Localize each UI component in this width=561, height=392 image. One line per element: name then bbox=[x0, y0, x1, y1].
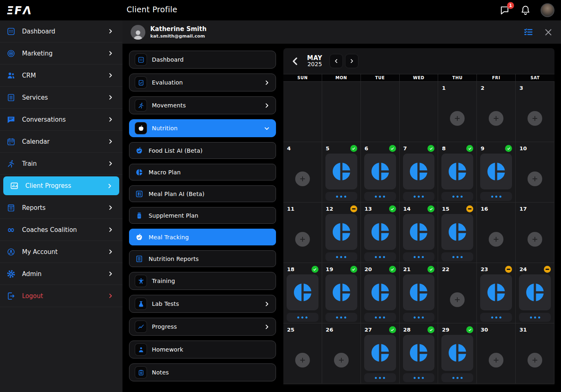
more-options-button[interactable] bbox=[364, 192, 396, 201]
status-complete-icon bbox=[427, 145, 434, 152]
add-meal-button[interactable] bbox=[528, 172, 542, 186]
calendar-grid: 1234567891011121314151617181920212223242… bbox=[283, 82, 554, 384]
client-avatar bbox=[131, 25, 145, 40]
sidebar-item-admin[interactable]: Admin bbox=[0, 263, 122, 285]
more-options-button[interactable] bbox=[325, 313, 357, 322]
more-options-button[interactable] bbox=[519, 313, 551, 322]
sidebar-item-crm[interactable]: CRM bbox=[0, 65, 122, 87]
subnav-item-training[interactable]: Training bbox=[129, 272, 276, 290]
meal-summary-card[interactable] bbox=[403, 214, 435, 250]
subnav-item-meal-tracking[interactable]: Meal Tracking bbox=[129, 229, 276, 245]
subnav-item-homework[interactable]: Homework bbox=[129, 341, 276, 359]
meal-summary-card[interactable] bbox=[364, 214, 396, 250]
more-options-button[interactable] bbox=[403, 373, 435, 382]
sidebar-item-client-progress[interactable]: Client Progress bbox=[3, 176, 119, 195]
add-meal-button[interactable] bbox=[450, 292, 465, 307]
next-month-button[interactable] bbox=[345, 54, 358, 68]
meal-summary-card[interactable] bbox=[519, 274, 551, 310]
more-options-button[interactable] bbox=[403, 313, 435, 322]
meal-summary-card[interactable] bbox=[480, 274, 512, 310]
more-options-button[interactable] bbox=[403, 192, 435, 201]
add-meal-button[interactable] bbox=[295, 232, 310, 247]
more-options-button[interactable] bbox=[441, 192, 473, 201]
add-meal-button[interactable] bbox=[528, 353, 542, 368]
add-meal-button[interactable] bbox=[528, 232, 542, 247]
more-options-button[interactable] bbox=[480, 192, 512, 201]
checklist-icon[interactable] bbox=[523, 27, 533, 37]
subnav-item-dashboard[interactable]: Dashboard bbox=[129, 51, 276, 69]
meal-summary-card[interactable] bbox=[325, 274, 357, 310]
meal-summary-card[interactable] bbox=[441, 335, 473, 371]
pie-chart-icon bbox=[523, 281, 547, 304]
subnav-item-label: Meal Plan AI (Beta) bbox=[149, 191, 270, 197]
add-meal-button[interactable] bbox=[450, 111, 465, 126]
more-options-button[interactable] bbox=[364, 373, 396, 382]
add-meal-button[interactable] bbox=[489, 111, 503, 126]
sidebar-item-calendar[interactable]: Calendar bbox=[0, 131, 122, 153]
subnav-item-food-list-ai[interactable]: Food List AI (Beta) bbox=[129, 142, 276, 159]
day-number: 21 bbox=[403, 266, 411, 272]
sidebar-item-reports[interactable]: Reports bbox=[0, 197, 122, 219]
more-options-button[interactable] bbox=[287, 313, 318, 322]
sidebar-item-services[interactable]: Services bbox=[0, 87, 122, 109]
sidebar-item-dashboard[interactable]: Dashboard bbox=[0, 20, 122, 42]
day-number: 4 bbox=[287, 145, 291, 151]
more-options-button[interactable] bbox=[441, 373, 473, 382]
more-options-button[interactable] bbox=[364, 252, 396, 261]
main-content: DashboardEvaluationMovementsNutritionFoo… bbox=[122, 44, 561, 392]
apple-check-icon bbox=[135, 147, 143, 155]
close-icon[interactable] bbox=[544, 28, 553, 37]
day-number: 29 bbox=[442, 327, 449, 333]
subnav-item-supplement-plan[interactable]: Supplement Plan bbox=[129, 207, 276, 224]
day-number: 17 bbox=[519, 206, 527, 212]
add-meal-button[interactable] bbox=[489, 353, 503, 368]
more-options-button[interactable] bbox=[364, 313, 396, 322]
meal-summary-card[interactable] bbox=[480, 154, 512, 189]
subnav-item-lab-tests[interactable]: Lab Tests bbox=[129, 295, 276, 313]
meal-summary-card[interactable] bbox=[325, 214, 357, 250]
more-options-button[interactable] bbox=[441, 252, 473, 261]
subnav-item-evaluation[interactable]: Evaluation bbox=[129, 74, 276, 91]
subnav-item-movements[interactable]: Movements bbox=[129, 96, 276, 114]
meal-summary-card[interactable] bbox=[441, 154, 473, 189]
pie-chart-icon bbox=[445, 341, 469, 365]
more-options-button[interactable] bbox=[325, 192, 357, 201]
add-meal-button[interactable] bbox=[489, 232, 503, 247]
sidebar-item-train[interactable]: Train bbox=[0, 153, 122, 175]
add-meal-button[interactable] bbox=[295, 353, 310, 368]
meal-summary-card[interactable] bbox=[287, 274, 318, 310]
person-icon bbox=[135, 344, 147, 355]
add-meal-button[interactable] bbox=[334, 353, 349, 368]
subnav-item-nutrition-reports[interactable]: Nutrition Reports bbox=[129, 250, 276, 267]
meal-summary-card[interactable] bbox=[364, 274, 396, 310]
meal-summary-card[interactable] bbox=[403, 154, 435, 189]
user-avatar[interactable] bbox=[541, 3, 554, 17]
notifications-bell-icon[interactable] bbox=[520, 5, 531, 16]
add-meal-button[interactable] bbox=[528, 111, 542, 126]
calendar-icon bbox=[7, 137, 16, 146]
messages-icon[interactable]: 1 bbox=[500, 5, 510, 16]
meal-summary-card[interactable] bbox=[403, 274, 435, 310]
subnav-item-meal-plan-ai[interactable]: Meal Plan AI (Beta) bbox=[129, 185, 276, 202]
calendar-back-icon[interactable] bbox=[290, 56, 301, 67]
sidebar-item-coaches-coalition[interactable]: ∞Coaches Coalition bbox=[0, 219, 122, 241]
meal-summary-card[interactable] bbox=[403, 335, 435, 371]
subnav-item-progress[interactable]: Progress bbox=[129, 318, 276, 336]
add-meal-button[interactable] bbox=[295, 172, 310, 186]
sidebar-item-conversations[interactable]: Conversations bbox=[0, 109, 122, 131]
more-options-button[interactable] bbox=[325, 252, 357, 261]
meal-summary-card[interactable] bbox=[441, 214, 473, 250]
sidebar-item-my-account[interactable]: My Account bbox=[0, 241, 122, 263]
meal-summary-card[interactable] bbox=[364, 154, 396, 189]
runner-icon bbox=[7, 159, 16, 168]
meal-summary-card[interactable] bbox=[325, 154, 357, 189]
subnav-item-nutrition[interactable]: Nutrition bbox=[129, 119, 276, 137]
sidebar-item-marketing[interactable]: Marketing bbox=[0, 42, 122, 65]
subnav-item-notes[interactable]: Notes bbox=[129, 363, 276, 381]
more-options-button[interactable] bbox=[480, 313, 512, 322]
prev-month-button[interactable] bbox=[329, 54, 343, 68]
sidebar-item-logout[interactable]: Logout bbox=[0, 285, 122, 307]
subnav-item-macro-plan[interactable]: Macro Plan bbox=[129, 164, 276, 180]
more-options-button[interactable] bbox=[403, 252, 435, 261]
meal-summary-card[interactable] bbox=[364, 335, 396, 371]
